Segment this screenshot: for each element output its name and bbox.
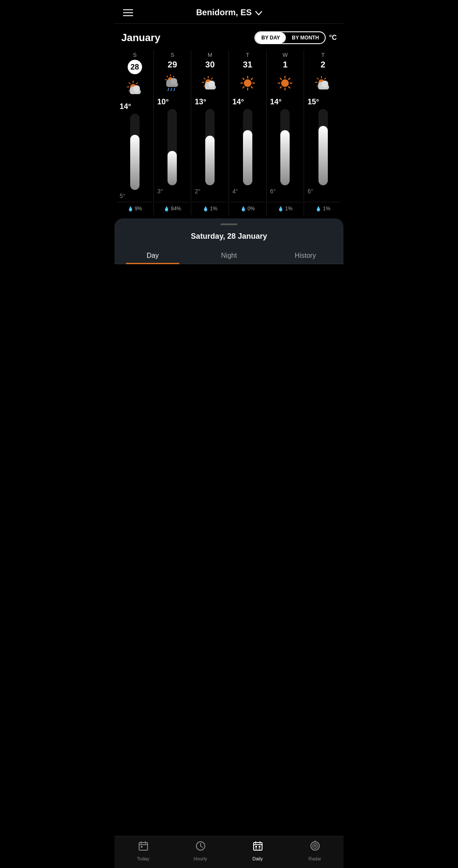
rain-probability: 💧84% [155,202,190,213]
weather-icon [201,74,219,92]
rain-pct: 1% [210,206,217,212]
day-number: 1 [283,60,288,70]
rain-probability: 💧1% [305,202,341,213]
rain-probability: 💧9% [117,202,153,213]
rain-pct: 9% [135,206,142,212]
svg-line-26 [174,88,175,91]
day-col-28[interactable]: S28 14°5°💧9% [116,50,154,215]
day-number: 28 [128,60,142,74]
temp-section: 13°2° [192,95,228,202]
rain-drop-icon: 💧 [128,206,134,212]
location-title[interactable]: Benidorm, ES [196,8,262,17]
temp-bar [243,109,252,185]
bottom-sheet: Saturday, 28 January DayNightHistory [114,218,344,264]
day-number: 30 [205,60,215,70]
temp-high: 10° [155,98,169,106]
day-letter: T [321,52,325,58]
rain-probability: 💧1% [268,202,303,213]
temp-bar [205,109,215,185]
svg-point-38 [208,81,215,87]
temp-section: 14°6° [268,95,303,202]
day-col-2[interactable]: T2 15°6°💧1% [304,50,342,215]
rain-drop-icon: 💧 [278,206,284,212]
svg-point-23 [170,78,177,85]
svg-line-47 [251,78,252,80]
temp-low: 6° [268,188,276,195]
svg-line-18 [167,76,168,77]
sheet-tab-day[interactable]: Day [114,248,191,264]
weather-icon [238,74,257,92]
temp-bar [130,114,140,190]
svg-line-65 [324,78,326,79]
header: Benidorm, ES [114,0,344,24]
sheet-tab-night[interactable]: Night [191,248,267,264]
temp-bar [280,109,290,185]
weather-icon [126,78,144,97]
temp-low: 3° [155,188,163,195]
rain-pct: 1% [323,206,330,212]
temp-high: 13° [192,98,206,106]
svg-line-54 [280,78,282,80]
weather-icon [163,74,182,92]
view-toggle[interactable]: BY DAY BY MONTH [254,31,326,44]
temp-low: 4° [230,188,238,195]
day-col-30[interactable]: M30 13°2°💧1% [191,50,229,215]
svg-line-20 [173,76,174,77]
day-letter: S [170,52,174,58]
day-letter: W [282,52,288,58]
svg-line-33 [204,78,205,79]
by-day-button[interactable]: BY DAY [255,32,286,43]
svg-line-56 [289,78,290,80]
month-header: January BY DAY BY MONTH °C [114,24,344,50]
svg-line-50 [289,87,290,88]
unit-label: °C [329,34,337,42]
weather-icon [314,74,332,92]
rain-pct: 0% [248,206,255,212]
day-col-31[interactable]: T31 14°4°💧0% [229,50,267,215]
svg-line-35 [211,78,212,79]
sheet-tab-history[interactable]: History [267,248,344,264]
by-month-button[interactable]: BY MONTH [286,32,325,43]
temp-low: 6° [305,188,313,195]
svg-line-52 [280,87,282,88]
svg-line-6 [129,83,130,84]
svg-line-8 [136,83,137,84]
svg-point-68 [321,81,328,87]
rain-drop-icon: 💧 [240,206,246,212]
temp-bar [318,109,328,185]
day-letter: S [133,52,137,58]
svg-point-39 [244,79,251,87]
temp-high: 14° [268,98,282,106]
day-col-29[interactable]: S29 10°3°💧84% [154,50,192,215]
rain-drop-icon: 💧 [164,206,170,212]
temp-low: 5° [117,193,125,199]
svg-line-41 [251,87,252,88]
day-letter: T [246,52,249,58]
rain-probability: 💧0% [230,202,265,213]
temp-section: 10°3° [155,95,190,202]
svg-line-25 [171,88,172,91]
rain-drop-icon: 💧 [203,206,209,212]
svg-line-24 [168,88,169,91]
weather-icon [276,74,294,92]
day-number: 29 [168,60,177,70]
svg-point-48 [281,79,289,87]
menu-button[interactable] [123,9,133,16]
temp-section: 15°6° [305,95,341,202]
rain-pct: 84% [171,206,181,212]
temp-bar [168,109,177,185]
days-grid: S28 14°5°💧9%S29 10°3°💧84%M30 [114,50,344,215]
month-title: January [121,32,160,44]
day-number: 2 [321,60,325,70]
svg-point-11 [133,85,140,92]
temp-high: 15° [305,98,319,106]
day-letter: M [208,52,212,58]
svg-line-63 [317,78,318,79]
temp-high: 14° [230,98,244,106]
temp-section: 14°4° [230,95,265,202]
day-col-1[interactable]: W1 14°6°💧1% [267,50,304,215]
temp-high: 14° [117,102,131,111]
svg-line-45 [243,78,244,80]
temp-low: 2° [192,188,200,195]
chevron-down-icon [255,8,262,17]
